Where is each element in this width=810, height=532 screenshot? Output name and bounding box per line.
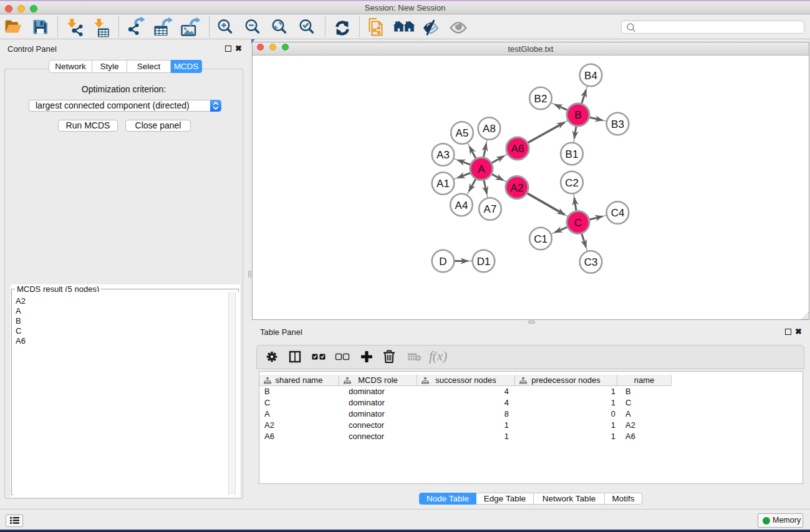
svg-text:B4: B4 xyxy=(584,70,597,82)
svg-text:A8: A8 xyxy=(483,123,496,135)
svg-text:A3: A3 xyxy=(436,149,450,161)
svg-text:D1: D1 xyxy=(477,256,491,268)
svg-text:A2: A2 xyxy=(511,182,524,194)
svg-text:C2: C2 xyxy=(565,177,579,189)
svg-text:B2: B2 xyxy=(534,93,547,105)
svg-text:A7: A7 xyxy=(484,203,497,215)
svg-text:C: C xyxy=(574,217,582,229)
svg-text:C1: C1 xyxy=(534,233,547,245)
svg-text:A: A xyxy=(478,163,485,175)
svg-text:D: D xyxy=(439,256,446,268)
svg-text:A4: A4 xyxy=(455,200,468,211)
svg-text:C4: C4 xyxy=(611,207,625,219)
svg-text:A6: A6 xyxy=(511,143,524,155)
svg-text:B3: B3 xyxy=(611,118,624,130)
svg-text:C3: C3 xyxy=(584,256,598,268)
svg-text:A5: A5 xyxy=(456,127,469,139)
svg-text:A1: A1 xyxy=(436,178,450,190)
svg-text:B1: B1 xyxy=(566,148,579,160)
svg-text:B: B xyxy=(574,109,581,121)
